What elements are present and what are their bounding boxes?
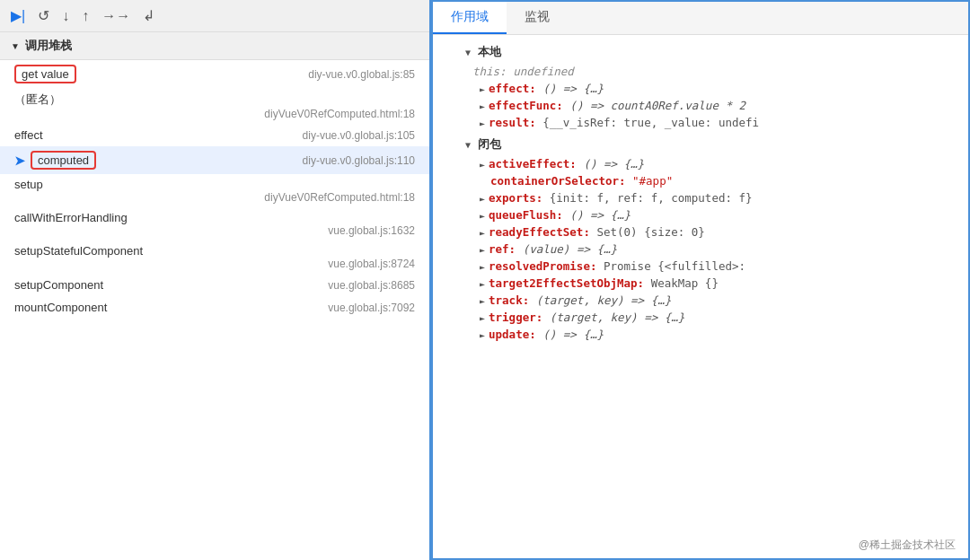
deactivate-icon[interactable]: ↲ (143, 7, 154, 24)
resolvedPromise-expand[interactable]: ► (480, 262, 485, 272)
scope-closure-trigger[interactable]: ► trigger: (target, key) => {…} (444, 309, 957, 326)
stack-item-computed[interactable]: ➤ computed diy-vue.v0.global.js:110 (0, 146, 429, 174)
step-over-icon[interactable]: ↺ (38, 7, 49, 24)
scope-local-effectFunc[interactable]: ► effectFunc: () => countA0Ref.value * 2 (444, 97, 957, 114)
ref-expand[interactable]: ► (480, 245, 485, 255)
stack-item-get-value[interactable]: get value diy-vue.v0.global.js:85 (0, 60, 429, 88)
resume-icon[interactable]: ▶| (11, 7, 25, 24)
track-expand[interactable]: ► (480, 296, 485, 306)
effect-file: diy-vue.v0.global.js:105 (303, 129, 415, 142)
scope-closure-exports[interactable]: ► exports: {init: f, ref: f, computed: f… (444, 189, 957, 206)
scope-closure-activeEffect[interactable]: ► activeEffect: () => {…} (444, 155, 957, 172)
step-out-icon[interactable]: ↑ (82, 8, 89, 24)
local-header-label: 本地 (478, 45, 501, 60)
local-section-header[interactable]: ▼ 本地 (444, 42, 957, 63)
mountComponent-name: mountComponent (14, 301, 107, 314)
stack-item-mountComponent[interactable]: mountComponent vue.global.js:7092 (0, 296, 429, 319)
scope-local-result[interactable]: ► result: {__v_isRef: true, _value: unde… (444, 114, 957, 131)
computed-label: computed (31, 151, 96, 170)
closure-header-label: 闭包 (478, 137, 501, 153)
tab-watch[interactable]: 监视 (507, 2, 568, 34)
trigger-expand[interactable]: ► (480, 313, 485, 323)
collapse-triangle[interactable]: ▼ (11, 41, 20, 51)
readyEffectSet-expand[interactable]: ► (480, 228, 485, 238)
activeEffect-expand[interactable]: ► (480, 160, 485, 170)
stack-item-effect[interactable]: effect diy-vue.v0.global.js:105 (0, 124, 429, 146)
scope-closure-resolvedPromise[interactable]: ► resolvedPromise: Promise {<fulfilled>: (444, 258, 957, 275)
result-expand[interactable]: ► (480, 118, 485, 128)
this-text: this: undefined (472, 65, 574, 78)
tab-scope[interactable]: 作用域 (433, 2, 507, 34)
call-stack-header: ▼ 调用堆栈 (0, 32, 429, 60)
effectFunc-expand[interactable]: ► (480, 101, 485, 111)
scope-closure-track[interactable]: ► track: (target, key) => {…} (444, 292, 957, 309)
stack-item-setupComponent[interactable]: setupComponent vue.global.js:8685 (0, 274, 429, 296)
scope-panel: 作用域 监视 ▼ 本地 this: undefined ► effect: ()… (431, 0, 970, 560)
stack-item-setup[interactable]: setup diyVueV0RefComputed.html:18 (0, 174, 429, 207)
update-expand[interactable]: ► (480, 330, 485, 340)
setup-file: diyVueV0RefComputed.html:18 (14, 191, 415, 204)
computed-file: diy-vue.v0.global.js:110 (303, 154, 415, 167)
callWithErrorHandling-name: callWithErrorHandling (14, 211, 415, 224)
stack-item-setupStatefulComponent[interactable]: setupStatefulComponent vue.global.js:872… (0, 241, 429, 274)
scope-closure-ref[interactable]: ► ref: (value) => {…} (444, 241, 957, 258)
scope-closure-target2EffectSetObjMap[interactable]: ► target2EffectSetObjMap: WeakMap {} (444, 275, 957, 292)
setupStatefulComponent-file: vue.global.js:8724 (14, 258, 415, 270)
watermark: @稀土掘金技术社区 (855, 536, 959, 555)
call-stack-panel: ▶| ↺ ↓ ↑ →→ ↲ ▼ 调用堆栈 get value diy-vue.v… (0, 0, 431, 560)
step-forward-icon[interactable]: →→ (101, 8, 130, 24)
closure-section-header[interactable]: ▼ 闭包 (444, 135, 957, 155)
anonymous-name: （匿名） (14, 92, 415, 108)
closure-expand-arrow[interactable]: ▼ (465, 140, 471, 150)
stack-item-anonymous[interactable]: （匿名） diyVueV0RefComputed.html:18 (0, 88, 429, 124)
computed-arrow: ➤ (14, 153, 25, 168)
call-stack-list: get value diy-vue.v0.global.js:85 （匿名） d… (0, 60, 429, 560)
setupComponent-name: setupComponent (14, 278, 103, 292)
scope-closure-readyEffectSet[interactable]: ► readyEffectSet: Set(0) {size: 0} (444, 223, 957, 241)
exports-expand[interactable]: ► (480, 194, 485, 204)
tabs-bar: 作用域 监视 (433, 2, 968, 35)
scope-closure-queueFlush[interactable]: ► queueFlush: () => {…} (444, 206, 957, 223)
scope-local-effect[interactable]: ► effect: () => {…} (444, 80, 957, 97)
effect-name: effect (14, 128, 43, 142)
step-into-icon[interactable]: ↓ (62, 8, 69, 24)
scope-closure-update[interactable]: ► update: () => {…} (444, 326, 957, 343)
scope-closure-containerOrSelector: containerOrSelector: "#app" (444, 172, 957, 189)
effect-expand[interactable]: ► (480, 84, 485, 94)
callWithErrorHandling-file: vue.global.js:1632 (14, 224, 415, 237)
setupStatefulComponent-name: setupStatefulComponent (14, 244, 415, 258)
anonymous-file: diyVueV0RefComputed.html:18 (14, 108, 415, 120)
mountComponent-file: vue.global.js:7092 (328, 302, 415, 314)
setup-name: setup (14, 178, 415, 191)
get-value-label: get value (14, 65, 76, 83)
target2EffectSetObjMap-expand[interactable]: ► (480, 279, 485, 289)
toolbar: ▶| ↺ ↓ ↑ →→ ↲ (0, 0, 429, 32)
stack-item-callWithErrorHandling[interactable]: callWithErrorHandling vue.global.js:1632 (0, 207, 429, 241)
get-value-file: diy-vue.v0.global.js:85 (308, 68, 415, 81)
setupComponent-file: vue.global.js:8685 (328, 279, 415, 292)
local-expand-arrow[interactable]: ▼ (465, 48, 471, 57)
this-line: this: undefined (444, 63, 957, 80)
scope-content: ▼ 本地 this: undefined ► effect: () => {…}… (433, 35, 968, 558)
queueFlush-expand[interactable]: ► (480, 211, 485, 221)
call-stack-title: 调用堆栈 (25, 38, 72, 54)
